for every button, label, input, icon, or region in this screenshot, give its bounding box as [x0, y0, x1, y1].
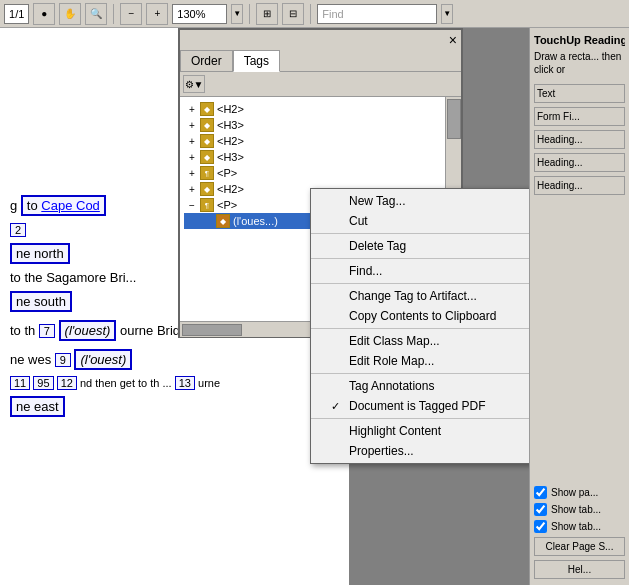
gear-menu-btn[interactable]: ⚙▼ [183, 75, 205, 93]
checkbox-row-2: Show tab... [534, 503, 625, 516]
line-ne-east: ne east [10, 394, 339, 419]
expand-icon-p-2[interactable]: − [184, 198, 200, 212]
find-input[interactable]: Find [317, 4, 437, 24]
zoom-in-btn[interactable]: + [146, 3, 168, 25]
num-box-12: 12 [57, 376, 77, 390]
tree-label-h2-2: <H2> [217, 135, 244, 147]
tree-node-h2-1[interactable]: + ◆ <H2> [184, 101, 441, 117]
expand-icon-p-1[interactable]: + [184, 166, 200, 180]
num-box-9: 9 [55, 353, 71, 367]
num-box-13: 13 [175, 376, 195, 390]
tag-icon-h2-1: ◆ [200, 102, 214, 116]
close-icon[interactable]: × [449, 32, 457, 48]
show-tab2-label: Show tab... [551, 521, 601, 532]
tag-ne-east: ne east [10, 396, 65, 417]
tag-icon-h2-2: ◆ [200, 134, 214, 148]
tree-label-h2-1: <H2> [217, 103, 244, 115]
tab-tags[interactable]: Tags [233, 50, 280, 72]
show-tab2-checkbox[interactable] [534, 520, 547, 533]
tag-lquest-1: (l'ouest) [59, 320, 117, 341]
sep1 [113, 4, 114, 24]
fit-width-btn[interactable]: ⊟ [282, 3, 304, 25]
tree-label-p-1: <P> [217, 167, 237, 179]
tag-icon-h3-2: ◆ [200, 150, 214, 164]
sep3 [310, 4, 311, 24]
expand-icon-loues[interactable] [200, 214, 216, 228]
spacer [534, 199, 625, 482]
menu-item-doc-tagged[interactable]: ✓ Document is Tagged PDF [311, 396, 529, 416]
tree-label-loues: (l'oues...) [233, 215, 278, 227]
heading2-btn[interactable]: Heading... [534, 153, 625, 172]
heading3-btn[interactable]: Heading... [534, 176, 625, 195]
tree-node-p-1[interactable]: + ¶ <P> [184, 165, 441, 181]
menu-sep-4 [311, 328, 529, 329]
select-tool-btn[interactable]: ● [33, 3, 55, 25]
dialog-toolbar: ⚙▼ [180, 72, 461, 97]
show-pa-checkbox[interactable] [534, 486, 547, 499]
expand-icon-h3-2[interactable]: + [184, 150, 200, 164]
help-btn[interactable]: Hel... [534, 560, 625, 579]
tag-icon-p-1: ¶ [200, 166, 214, 180]
find-dropdown-btn[interactable]: ▼ [441, 4, 453, 24]
menu-sep-5 [311, 373, 529, 374]
menu-item-delete-tag[interactable]: Delete Tag [311, 236, 529, 256]
tree-label-h2-3: <H2> [217, 183, 244, 195]
page-number-display[interactable]: 1 / 1 [4, 4, 29, 24]
expand-icon-h2-1[interactable]: + [184, 102, 200, 116]
menu-item-tag-annotations[interactable]: Tag Annotations [311, 376, 529, 396]
page-navigation: 1 / 1 [4, 4, 29, 24]
right-panel-description: Draw a recta... then click or [534, 50, 625, 76]
expand-icon-h3-1[interactable]: + [184, 118, 200, 132]
menu-item-find[interactable]: Find... [311, 261, 529, 281]
hand-tool-btn[interactable]: ✋ [59, 3, 81, 25]
menu-item-change-tag[interactable]: Change Tag to Artifact... [311, 286, 529, 306]
menu-item-highlight[interactable]: Highlight Content [311, 421, 529, 441]
pdf-area: g to Cape Cod 2 ne north to the Sagamore… [0, 28, 529, 585]
tab-order[interactable]: Order [180, 50, 233, 71]
sep2 [249, 4, 250, 24]
tag-lquest-2: (l'ouest) [74, 349, 132, 370]
menu-item-copy-contents[interactable]: Copy Contents to Clipboard [311, 306, 529, 326]
dialog-tabs: Order Tags [180, 50, 461, 72]
menu-item-new-tag[interactable]: New Tag... [311, 191, 529, 211]
check-icon: ✓ [331, 400, 343, 413]
tree-node-h3-2[interactable]: + ◆ <H3> [184, 149, 441, 165]
tag-ne-north: ne north [10, 243, 70, 264]
main-toolbar: 1 / 1 ● ✋ 🔍 − + 130% ▼ ⊞ ⊟ Find ▼ [0, 0, 629, 28]
menu-item-edit-role[interactable]: Edit Role Map... [311, 351, 529, 371]
show-tab1-label: Show tab... [551, 504, 601, 515]
tag-cape-cod: to Cape Cod [21, 195, 106, 216]
zoom-dropdown-btn[interactable]: ▼ [231, 4, 243, 24]
menu-item-cut[interactable]: Cut [311, 211, 529, 231]
num-box-11: 11 [10, 376, 30, 390]
menu-item-edit-class[interactable]: Edit Class Map... [311, 331, 529, 351]
expand-icon-h2-2[interactable]: + [184, 134, 200, 148]
tree-node-h2-2[interactable]: + ◆ <H2> [184, 133, 441, 149]
right-panel: TouchUp Reading Draw a recta... then cli… [529, 28, 629, 585]
main-content: g to Cape Cod 2 ne north to the Sagamore… [0, 28, 629, 585]
total-pages: 1 [18, 8, 24, 20]
zoom-input[interactable]: 130% [172, 4, 227, 24]
hscroll-thumb[interactable] [182, 324, 242, 336]
tree-node-h3-1[interactable]: + ◆ <H3> [184, 117, 441, 133]
tag-icon-loues: ◆ [216, 214, 230, 228]
tag-ne-south: ne south [10, 291, 72, 312]
tree-label-p-2: <P> [217, 199, 237, 211]
show-pa-label: Show pa... [551, 487, 598, 498]
clear-page-btn[interactable]: Clear Page S... [534, 537, 625, 556]
zoom-out-btn[interactable]: − [120, 3, 142, 25]
heading1-btn[interactable]: Heading... [534, 130, 625, 149]
line-numbers: 11 95 12 nd then get to th ... 13 urne [10, 376, 339, 390]
right-panel-title: TouchUp Reading [534, 34, 625, 46]
tag-icon-h3-1: ◆ [200, 118, 214, 132]
fit-page-btn[interactable]: ⊞ [256, 3, 278, 25]
show-tab1-checkbox[interactable] [534, 503, 547, 516]
form-fi-btn[interactable]: Form Fi... [534, 107, 625, 126]
expand-icon-h2-3[interactable]: + [184, 182, 200, 196]
menu-item-properties[interactable]: Properties... [311, 441, 529, 461]
tree-label-h3-1: <H3> [217, 119, 244, 131]
zoom-marquee-btn[interactable]: 🔍 [85, 3, 107, 25]
menu-sep-2 [311, 258, 529, 259]
tag-icon-h2-3: ◆ [200, 182, 214, 196]
text-btn[interactable]: Text [534, 84, 625, 103]
